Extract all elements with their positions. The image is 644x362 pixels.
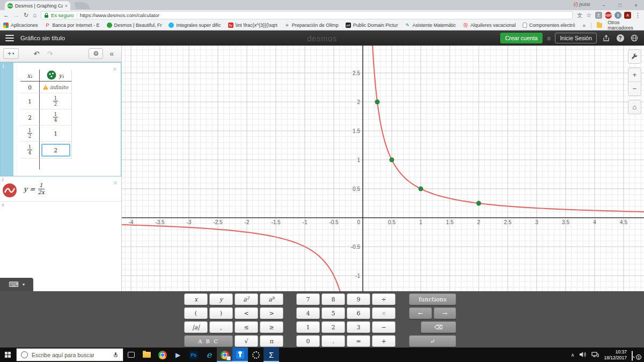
zoom-out-button[interactable]: − <box>628 82 641 95</box>
sign-in-button[interactable]: Inicie Sesión <box>555 33 597 43</box>
bookmark-item-integrales[interactable]: Integrales super dific <box>169 23 221 28</box>
sigma-app-taskbar-button[interactable]: Σ <box>264 348 279 362</box>
key-divide[interactable]: ÷ <box>372 293 396 305</box>
key-plus[interactable]: + <box>372 335 396 347</box>
translate-extension-icon[interactable]: 文 <box>595 12 602 19</box>
key-comma[interactable]: , <box>209 321 233 333</box>
key-6[interactable]: 6 <box>347 307 370 319</box>
table-cell-x[interactable]: 1 <box>20 93 40 109</box>
bookmark-item-banca[interactable]: PBanca por Internet - E <box>45 23 100 28</box>
key-7[interactable]: 7 <box>296 293 320 305</box>
bookmark-item-apps-grid[interactable]: Aplicaciones <box>3 23 38 28</box>
table-cell-x[interactable]: 0 <box>20 82 40 93</box>
expression-1-table[interactable]: 1 x₁y₁0infinito112214121142 × <box>0 62 121 176</box>
wrench-icon[interactable] <box>628 50 641 63</box>
key-pi[interactable]: π <box>260 335 283 347</box>
home-button[interactable]: ⌂ <box>33 12 36 18</box>
chrome-active-taskbar-button[interactable] <box>217 348 232 362</box>
other-bookmarks-label[interactable]: Otros marcadores <box>608 20 641 31</box>
table-cell-x[interactable] <box>20 159 40 169</box>
back-button[interactable]: ← <box>3 12 9 18</box>
key-minus[interactable]: − <box>372 321 396 333</box>
redo-icon[interactable]: ↷ <box>47 50 53 58</box>
expression-2-close-icon[interactable]: × <box>113 179 118 187</box>
key-y[interactable]: y <box>209 293 233 305</box>
share-icon[interactable] <box>602 34 611 43</box>
task-view-taskbar-button[interactable] <box>123 348 139 362</box>
table-cell-y[interactable]: 14 <box>40 109 72 125</box>
action-center-icon[interactable]: 1 <box>632 351 640 358</box>
key-sqrt[interactable]: √ <box>235 335 258 347</box>
selected-cell[interactable]: 2 <box>41 144 70 157</box>
key-multiply[interactable]: × <box>372 307 396 319</box>
collapse-panel-icon[interactable]: « <box>109 49 114 58</box>
table-cell-y[interactable] <box>40 159 72 169</box>
browser-menu-icon[interactable]: ⋮ <box>635 12 641 18</box>
browser-tab[interactable]: Desmos | Graphing Calc × <box>5 1 70 10</box>
adblock-extension-icon[interactable]: ABP <box>605 12 612 19</box>
graph-home-button[interactable]: ⌂ <box>628 100 641 114</box>
forward-button[interactable]: → <box>13 12 19 18</box>
key-decimal[interactable]: . <box>321 335 345 347</box>
internet-explorer-taskbar-button[interactable]: e <box>201 348 217 362</box>
address-bar[interactable]: Es seguro https://www.desmos.com/calcula… <box>41 11 573 19</box>
bookmark-item-componentes[interactable]: Componentes electró <box>523 23 575 28</box>
key-abs[interactable]: |a| <box>184 321 208 333</box>
file-explorer-taskbar-button[interactable] <box>139 348 155 362</box>
create-account-button[interactable]: Crear cuenta <box>500 33 543 43</box>
help-icon[interactable]: ? <box>616 34 625 43</box>
microphone-icon[interactable] <box>114 352 118 358</box>
main-menu-icon[interactable] <box>5 35 14 41</box>
key-arrow-right[interactable]: → <box>434 307 457 319</box>
bookmark-item-asistente[interactable]: ✎Asistente Matemátic <box>405 23 456 28</box>
key-x[interactable]: x <box>184 293 208 305</box>
network-icon[interactable] <box>591 350 599 360</box>
key-paren-close[interactable]: ) <box>209 307 233 319</box>
graph-settings-button[interactable]: ⚙ <box>89 48 103 59</box>
key-a-power-b[interactable]: ab <box>260 293 283 305</box>
bookmark-star-icon[interactable]: ☆ <box>586 12 591 18</box>
key-abc[interactable]: A B C <box>184 335 233 347</box>
key-greater-than[interactable]: > <box>260 307 283 319</box>
table-cell-y[interactable]: 12 <box>40 93 72 109</box>
key-3[interactable]: 3 <box>347 321 370 333</box>
graph-title[interactable]: Gráfico sin título <box>20 35 65 41</box>
url-text[interactable]: https://www.desmos.com/calculator <box>80 12 159 18</box>
table-cell-x[interactable]: 12 <box>20 125 40 142</box>
bookmark-item-desmos[interactable]: Desmos | Beautiful, Fr <box>107 23 162 28</box>
expression-1-gutter[interactable]: 1 <box>1 63 13 176</box>
key-functions[interactable]: functions <box>409 293 456 305</box>
taskbar-search-box[interactable]: Escribe aquí para buscar <box>16 348 123 361</box>
key-less-than[interactable]: < <box>235 307 258 319</box>
translate-icon[interactable]: 文 <box>577 13 582 18</box>
photoshop-taskbar-button[interactable]: Ps <box>186 348 201 362</box>
key-enter[interactable]: ↵ <box>409 335 456 347</box>
table-cell-x[interactable]: 2 <box>20 109 40 125</box>
expression-2[interactable]: 2 y = 1 2x × <box>0 176 121 202</box>
table-cell-y[interactable]: 2 <box>40 142 72 159</box>
column-header-y1[interactable]: y₁ <box>40 70 72 82</box>
table-cell-x[interactable]: 14 <box>20 142 40 159</box>
new-tab-button[interactable] <box>74 2 90 9</box>
taskbar-clock[interactable]: 10:37 18/12/2017 <box>604 349 627 360</box>
key-1[interactable]: 1 <box>296 321 320 333</box>
key-9[interactable]: 9 <box>347 293 370 305</box>
tab-close-icon[interactable]: × <box>65 3 68 9</box>
blue-app-taskbar-button[interactable] <box>232 348 248 362</box>
reload-button[interactable]: ↻ <box>24 12 28 18</box>
secure-label[interactable]: Es seguro <box>51 12 74 18</box>
key-2[interactable]: 2 <box>321 321 345 333</box>
key-0[interactable]: 0 <box>296 335 320 347</box>
key-equals[interactable]: = <box>347 335 370 347</box>
maximize-button[interactable]: □ <box>612 3 628 8</box>
points-style-disc-icon[interactable] <box>47 70 56 81</box>
table-cell-y[interactable]: infinito <box>40 82 72 93</box>
keyboard-toggle-tab[interactable]: ⌨ ▾ <box>0 278 33 291</box>
close-button[interactable]: × <box>628 3 644 8</box>
key-greater-equal[interactable]: ≥ <box>260 321 283 333</box>
data-point[interactable] <box>375 100 380 105</box>
expression-2-color-icon[interactable] <box>2 183 17 200</box>
bookmark-item-publicdomain[interactable]: pdPublic Domain Pictur <box>346 23 398 28</box>
chrome-taskbar-button[interactable] <box>155 348 170 362</box>
acrobat-extension-icon[interactable]: A <box>624 12 631 19</box>
